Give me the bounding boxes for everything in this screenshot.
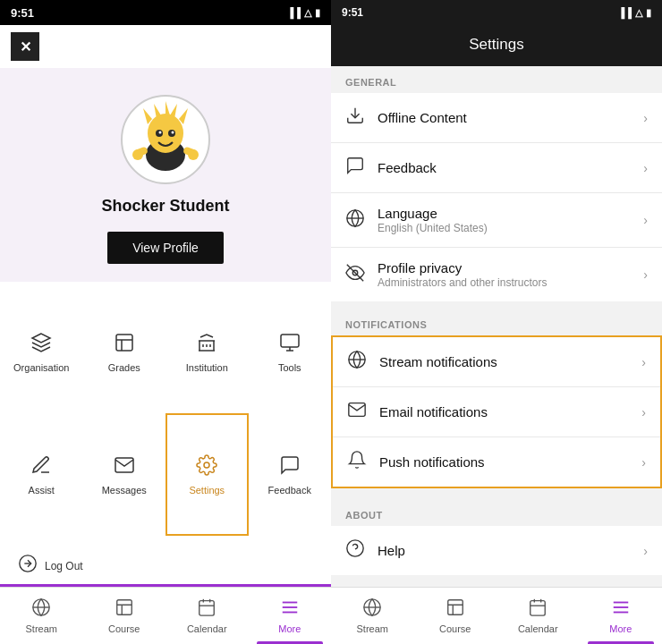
left-bottom-nav: Stream Course Calendar	[0, 587, 331, 644]
menu-item-grades[interactable]: Grades	[83, 291, 166, 413]
top-bar: ✕	[0, 25, 331, 68]
left-nav-course[interactable]: Course	[83, 588, 166, 644]
language-text: Language English (United States)	[378, 206, 643, 234]
student-name: Shocker Student	[101, 197, 229, 216]
wifi-icon: △	[304, 7, 311, 19]
left-status-bar: 9:51 ▐▐ △ ▮	[0, 0, 331, 25]
left-panel: 9:51 ▐▐ △ ▮ ✕	[0, 0, 331, 644]
right-nav-calendar[interactable]: Calendar	[496, 588, 580, 644]
svg-rect-17	[281, 335, 299, 347]
push-notif-text: Push notifications	[379, 454, 641, 470]
menu-item-tools[interactable]: Tools	[249, 291, 332, 413]
logout-label: Log Out	[45, 560, 83, 572]
menu-item-feedback[interactable]: Feedback	[249, 413, 332, 536]
settings-privacy[interactable]: Profile privacy Administrators and other…	[331, 248, 662, 301]
offline-content-text: Offline Content	[378, 110, 643, 125]
stream-notif-title: Stream notifications	[379, 354, 641, 369]
institution-icon	[196, 332, 217, 359]
settings-stream-notifications[interactable]: Stream notifications ›	[333, 337, 660, 387]
tools-icon	[279, 332, 301, 359]
left-nav-more[interactable]: More	[249, 588, 332, 644]
settings-feedback[interactable]: Feedback ›	[331, 143, 662, 193]
stream-nav-icon	[31, 597, 51, 622]
left-status-icons: ▐▐ △ ▮	[286, 7, 320, 19]
left-nav-calendar-label: Calendar	[187, 623, 227, 634]
svg-line-35	[347, 264, 363, 280]
right-status-icons: ▐▐ △ ▮	[617, 7, 651, 19]
right-nav-stream[interactable]: Stream	[331, 588, 414, 644]
settings-offline-content[interactable]: Offline Content ›	[331, 93, 662, 143]
section-about: ABOUT	[331, 499, 662, 526]
settings-help[interactable]: Help ›	[331, 526, 662, 575]
menu-label-feedback: Feedback	[268, 485, 311, 496]
language-icon	[345, 208, 378, 233]
chevron-language: ›	[643, 213, 648, 227]
menu-item-settings[interactable]: Settings	[166, 413, 249, 536]
push-notif-title: Push notifications	[379, 454, 641, 470]
right-nav-calendar-label: Calendar	[518, 623, 558, 634]
svg-point-18	[204, 462, 209, 468]
left-nav-stream-label: Stream	[26, 623, 57, 634]
profile-section: Shocker Student View Profile	[0, 68, 331, 282]
right-course-icon	[446, 597, 465, 622]
feedback-text: Feedback	[378, 160, 643, 175]
right-wifi-icon: △	[635, 7, 642, 19]
right-signal-icon: ▐▐	[617, 7, 632, 18]
gap-1	[331, 301, 662, 309]
settings-content: GENERAL Offline Content ›	[331, 66, 662, 587]
general-group: Offline Content › Feedback ›	[331, 93, 662, 301]
calendar-nav-icon	[197, 597, 216, 622]
email-notif-icon	[347, 400, 379, 424]
chevron-email-notif: ›	[641, 405, 646, 419]
menu-item-organisation[interactable]: Organisation	[0, 291, 83, 413]
gap-2	[331, 492, 662, 499]
logout-icon	[18, 554, 38, 578]
course-nav-icon	[115, 597, 134, 622]
right-more-icon	[611, 597, 631, 622]
settings-title: Settings	[469, 36, 523, 53]
chevron-stream-notif: ›	[641, 355, 646, 369]
settings-language[interactable]: Language English (United States) ›	[331, 193, 662, 248]
right-nav-more[interactable]: More	[580, 588, 663, 644]
about-group: Help ›	[331, 526, 662, 575]
logout-area[interactable]: Log Out	[0, 545, 331, 587]
settings-push-notifications[interactable]: Push notifications ›	[333, 437, 660, 487]
svg-point-15	[188, 149, 199, 160]
privacy-text: Profile privacy Administrators and other…	[378, 260, 643, 289]
purple-bar	[0, 584, 331, 587]
privacy-title: Profile privacy	[378, 260, 643, 275]
menu-label-settings: Settings	[189, 485, 225, 496]
stream-notif-text: Stream notifications	[379, 354, 641, 369]
messages-icon	[114, 454, 135, 481]
bottom-padding	[331, 575, 662, 587]
right-nav-course[interactable]: Course	[414, 588, 497, 644]
download-icon	[345, 106, 378, 130]
feedback-title: Feedback	[378, 160, 643, 175]
right-nav-course-label: Course	[439, 623, 471, 634]
settings-email-notifications[interactable]: Email notifications ›	[333, 387, 660, 437]
section-notifications: NOTIFICATIONS	[331, 309, 662, 335]
left-time: 9:51	[11, 6, 34, 20]
menu-item-messages[interactable]: Messages	[83, 413, 166, 536]
view-profile-button[interactable]: View Profile	[107, 232, 224, 264]
menu-item-assist[interactable]: Assist	[0, 413, 83, 536]
chevron-offline: ›	[643, 111, 648, 125]
menu-label-organisation: Organisation	[13, 362, 69, 373]
help-title: Help	[378, 543, 643, 558]
svg-rect-24	[199, 601, 215, 616]
left-nav-calendar[interactable]: Calendar	[166, 588, 249, 644]
right-nav-stream-label: Stream	[357, 623, 388, 634]
svg-rect-43	[530, 601, 546, 616]
chevron-help: ›	[643, 544, 648, 558]
language-subtitle: English (United States)	[378, 222, 643, 234]
svg-point-38	[347, 540, 363, 556]
svg-point-11	[172, 131, 174, 134]
settings-icon	[196, 454, 217, 481]
right-stream-icon	[362, 597, 382, 622]
menu-item-institution[interactable]: Institution	[166, 291, 249, 413]
left-nav-stream[interactable]: Stream	[0, 588, 83, 644]
close-button[interactable]: ✕	[11, 32, 39, 61]
settings-header: Settings	[331, 25, 662, 66]
svg-point-14	[132, 149, 143, 160]
avatar-image	[125, 99, 206, 180]
